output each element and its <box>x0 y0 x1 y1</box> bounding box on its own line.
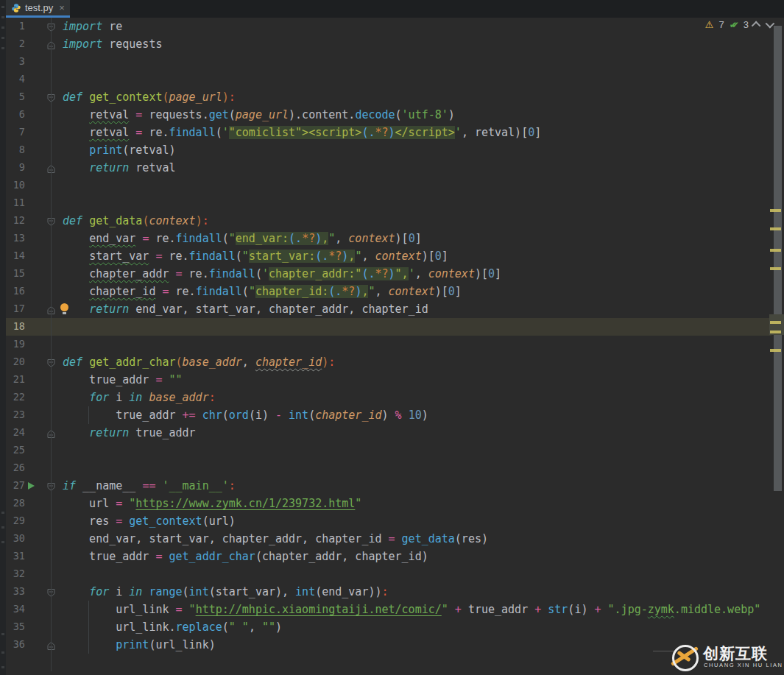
line-number[interactable]: 30 <box>4 532 25 544</box>
code-line[interactable]: 7 retval = re.findall('"comiclist"><scri… <box>0 124 771 141</box>
code-line[interactable]: 3 <box>0 53 771 71</box>
code-line[interactable]: 24 return true_addr <box>0 424 771 442</box>
code-line[interactable]: 25 <box>0 442 771 459</box>
line-number[interactable]: 36 <box>4 638 25 650</box>
code-line[interactable]: 30 end_var, start_var, chapter_addr, cha… <box>0 530 771 548</box>
line-number[interactable]: 13 <box>4 232 25 244</box>
code-line[interactable]: 1import re <box>0 18 771 35</box>
code-line[interactable]: 9 return retval <box>0 159 771 177</box>
code-line[interactable]: 21 true_addr = "" <box>0 371 771 389</box>
line-number[interactable]: 29 <box>4 515 25 526</box>
line-number[interactable]: 11 <box>4 197 25 208</box>
line-number[interactable]: 8 <box>4 144 25 155</box>
line-number[interactable]: 7 <box>4 126 25 138</box>
code-token: ( <box>315 250 322 263</box>
line-number[interactable]: 21 <box>4 373 25 385</box>
line-number[interactable]: 35 <box>4 621 25 632</box>
code-line[interactable]: 4 <box>0 71 771 88</box>
code-line[interactable]: 19 <box>0 336 771 353</box>
code-text: print(url_link) <box>63 636 216 654</box>
code-line[interactable]: 28 url = "https://www.zymk.cn/1/239732.h… <box>0 495 771 512</box>
code-token <box>402 409 409 422</box>
code-token <box>162 373 169 386</box>
code-line[interactable]: 2import requests <box>0 35 771 53</box>
warning-stripe-mark[interactable] <box>770 349 781 352</box>
line-number[interactable]: 2 <box>4 38 25 49</box>
inspection-widget[interactable]: ⚠ 7 ✔✔ 3 <box>705 19 772 30</box>
code-line[interactable]: 5def get_context(page_url): <box>0 88 771 106</box>
code-line[interactable]: 33 for i in range(int(start_var), int(en… <box>0 583 771 601</box>
tab-test-py[interactable]: test.py × <box>6 0 70 18</box>
code-token: url_link <box>63 603 176 616</box>
warning-stripe-mark[interactable] <box>770 321 781 324</box>
code-line[interactable]: 35 url_link.replace(" ", "") <box>0 618 771 636</box>
tab-close-icon[interactable]: × <box>59 2 65 13</box>
line-number[interactable]: 23 <box>4 409 25 420</box>
code-token: 0 <box>409 232 415 245</box>
code-token: ( <box>222 232 229 245</box>
line-number[interactable]: 33 <box>4 585 25 597</box>
code-line[interactable]: 31 true_addr = get_addr_char(chapter_add… <box>0 548 771 565</box>
intention-bulb-icon[interactable] <box>60 303 69 314</box>
line-number[interactable]: 3 <box>4 55 25 67</box>
line-number[interactable]: 14 <box>4 250 25 261</box>
line-number[interactable]: 25 <box>4 444 25 456</box>
line-number[interactable]: 31 <box>4 550 25 562</box>
line-number[interactable]: 1 <box>4 20 25 32</box>
line-number[interactable]: 18 <box>4 320 25 332</box>
line-number[interactable]: 5 <box>4 91 25 102</box>
code-line[interactable]: 20def get_addr_char(base_addr, chapter_i… <box>0 353 771 371</box>
code-line[interactable]: 18 <box>0 318 771 336</box>
code-token: " <box>355 497 361 510</box>
scrollbar-thumb[interactable] <box>774 26 782 491</box>
line-number[interactable]: 16 <box>4 285 25 297</box>
previous-problem-button[interactable] <box>752 21 761 31</box>
line-number[interactable]: 9 <box>4 161 25 173</box>
code-line[interactable]: 29 res = get_context(url) <box>0 512 771 530</box>
line-number[interactable]: 22 <box>4 391 25 403</box>
editor[interactable]: 1import re2import requests345def get_con… <box>0 18 771 654</box>
code-line[interactable]: 22 for i in base_addr: <box>0 389 771 406</box>
code-line[interactable]: 8 print(retval) <box>0 141 771 159</box>
left-edge-strip <box>0 0 6 675</box>
code-line[interactable]: 23 true_addr += chr(ord(i) - int(chapter… <box>0 406 771 424</box>
line-number[interactable]: 19 <box>4 338 25 350</box>
code-line[interactable]: 27if __name__ == '__main__': <box>0 477 771 495</box>
code-line[interactable]: 34 url_link = "http://mhpic.xiaomingtaij… <box>0 601 771 618</box>
warning-stripe-mark[interactable] <box>770 227 781 230</box>
code-line[interactable]: 10 <box>0 177 771 194</box>
code-token: , <box>415 267 428 280</box>
line-number[interactable]: 34 <box>4 603 25 615</box>
code-line[interactable]: 6 retval = requests.get(page_url).conten… <box>0 106 771 124</box>
code-line[interactable]: 11 <box>0 194 771 212</box>
watermark-line <box>653 651 674 651</box>
code-line[interactable]: 17 return end_var, start_var, chapter_ad… <box>0 300 771 318</box>
line-number[interactable]: 4 <box>4 73 25 85</box>
line-number[interactable]: 12 <box>4 214 25 226</box>
code-token: replace <box>176 621 222 634</box>
line-number[interactable]: 10 <box>4 179 25 191</box>
warning-stripe-mark[interactable] <box>770 249 781 252</box>
code-line[interactable]: 15 chapter_addr = re.findall('chapter_ad… <box>0 265 771 283</box>
line-number[interactable]: 24 <box>4 426 25 438</box>
code-line[interactable]: 12def get_data(context): <box>0 212 771 230</box>
warning-stripe-mark[interactable] <box>770 267 781 270</box>
line-number[interactable]: 17 <box>4 303 25 314</box>
code-token: requests. <box>142 108 208 121</box>
line-number[interactable]: 26 <box>4 462 25 473</box>
run-button[interactable] <box>28 482 35 490</box>
code-line[interactable]: 13 end_var = re.findall("end_var:(.*?),"… <box>0 230 771 247</box>
code-line[interactable]: 16 chapter_id = re.findall("chapter_id:(… <box>0 283 771 300</box>
code-line[interactable]: 26 <box>0 459 771 477</box>
code-token: ( <box>216 126 222 139</box>
warning-stripe-mark[interactable] <box>770 209 781 212</box>
warning-stripe-mark[interactable] <box>770 331 781 333</box>
line-number[interactable]: 27 <box>4 479 25 491</box>
line-number[interactable]: 20 <box>4 356 25 367</box>
line-number[interactable]: 28 <box>4 497 25 509</box>
code-line[interactable]: 14 start_var = re.findall("start_var:(.*… <box>0 247 771 265</box>
line-number[interactable]: 15 <box>4 267 25 279</box>
line-number[interactable]: 6 <box>4 108 25 120</box>
line-number[interactable]: 32 <box>4 568 25 579</box>
code-line[interactable]: 32 <box>0 565 771 583</box>
